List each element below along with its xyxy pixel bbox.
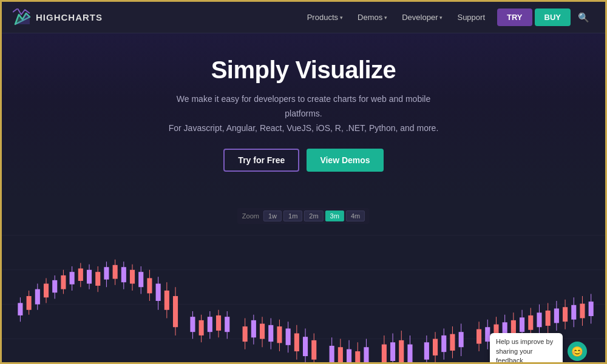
nav-right: Products ▾ Demos ▾ Developer ▾ Support T… [301,8,594,27]
svg-rect-51 [208,317,212,332]
nav-developer[interactable]: Developer ▾ [396,9,449,25]
zoom-3m[interactable]: 3m [325,211,344,221]
hero-subtitle: We make it easy for developers to create… [158,92,449,135]
svg-rect-119 [546,311,551,326]
svg-rect-55 [225,317,229,332]
svg-rect-63 [268,325,273,342]
svg-rect-129 [589,302,594,317]
try-for-free-button[interactable]: Try for Free [223,149,299,172]
svg-rect-45 [173,296,178,327]
svg-rect-121 [554,309,559,323]
svg-rect-13 [35,289,40,305]
svg-rect-79 [347,349,351,364]
hero-title: Simply Visualize [14,56,593,84]
zoom-1w[interactable]: 1w [263,211,282,221]
zoom-label: Zoom [242,212,259,220]
svg-rect-31 [113,265,118,279]
try-button[interactable]: TRY [497,8,532,26]
hero-buttons: Try for Free View Demos [14,149,593,172]
nav-support[interactable]: Support [451,9,491,25]
products-chevron-icon: ▾ [340,15,343,21]
svg-rect-99 [450,334,455,351]
svg-rect-35 [130,270,135,284]
search-icon[interactable]: 🔍 [573,8,594,27]
svg-rect-65 [277,326,282,343]
svg-rect-9 [18,303,22,315]
svg-rect-39 [147,278,152,294]
svg-rect-57 [243,326,248,342]
svg-rect-37 [138,272,143,288]
svg-rect-97 [441,335,446,352]
chart-container: Zoom 1w 1m 2m 3m 4m Help us improve by s… [2,201,605,364]
svg-rect-33 [121,268,126,283]
svg-rect-15 [44,284,49,298]
svg-rect-25 [87,270,92,284]
svg-rect-11 [27,296,32,310]
svg-rect-61 [260,324,265,339]
svg-rect-67 [286,329,291,345]
svg-rect-117 [537,313,541,328]
svg-rect-93 [424,343,429,360]
svg-rect-125 [571,305,576,320]
svg-rect-81 [355,351,360,364]
svg-rect-101 [459,332,464,348]
svg-rect-23 [78,269,83,281]
svg-rect-19 [61,275,66,289]
svg-rect-47 [190,317,195,332]
svg-rect-87 [390,343,395,362]
feedback-bubble: Help us improve by sharing your feedback [490,333,563,364]
svg-rect-123 [563,308,568,322]
svg-rect-29 [104,268,109,280]
svg-rect-71 [303,337,308,357]
svg-rect-85 [382,345,387,363]
svg-rect-115 [528,315,533,330]
feedback-avatar[interactable]: 😊 [568,342,587,361]
svg-rect-83 [364,348,368,364]
svg-rect-41 [156,284,161,301]
svg-rect-21 [70,272,75,285]
developer-chevron-icon: ▾ [439,15,443,21]
demos-chevron-icon: ▾ [384,15,387,21]
zoom-2m[interactable]: 2m [304,211,323,221]
svg-rect-69 [294,334,299,352]
logo[interactable]: HIGHCHARTS [13,8,103,27]
buy-button[interactable]: BUY [535,8,571,26]
svg-rect-59 [251,320,256,337]
view-demos-button[interactable]: View Demos [307,149,383,172]
svg-rect-27 [95,272,100,286]
zoom-controls: Zoom 1w 1m 2m 3m 4m [237,208,370,224]
feedback-widget[interactable]: Help us improve by sharing your feedback… [490,333,587,364]
svg-rect-77 [338,348,343,364]
svg-rect-95 [433,339,438,356]
highcharts-logo-icon [13,8,31,27]
nav-demos[interactable]: Demos ▾ [351,9,393,25]
hero-section: Simply Visualize We make it easy for dev… [2,33,605,201]
svg-rect-75 [330,346,334,364]
logo-text: HIGHCHARTS [36,12,103,22]
svg-rect-17 [52,280,57,292]
svg-rect-43 [164,291,169,310]
zoom-4m[interactable]: 4m [346,211,365,221]
svg-rect-103 [476,329,481,344]
svg-rect-91 [407,345,412,364]
svg-rect-127 [580,304,585,318]
zoom-1m[interactable]: 1m [283,211,302,221]
svg-rect-113 [520,318,524,332]
svg-rect-49 [199,320,204,335]
navbar: HIGHCHARTS Products ▾ Demos ▾ Developer … [2,2,605,33]
nav-products[interactable]: Products ▾ [301,9,349,25]
svg-rect-53 [216,315,221,331]
svg-rect-89 [399,340,404,364]
svg-rect-73 [311,340,316,360]
